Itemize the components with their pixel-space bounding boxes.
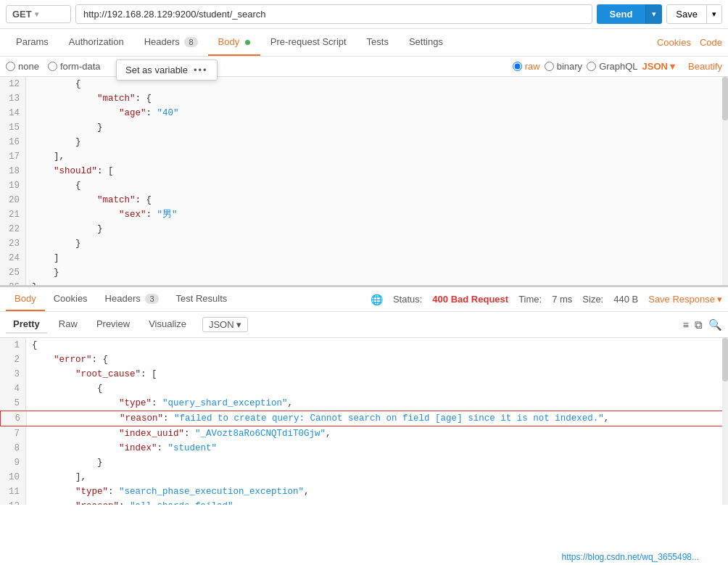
resp-tab-body[interactable]: Body — [6, 287, 45, 311]
response-code-line: 9 } — [0, 455, 728, 470]
scrollbar-thumb[interactable] — [722, 77, 728, 120]
line-content: "error": { — [26, 352, 108, 367]
request-code-line: 22 } — [0, 222, 728, 236]
time-value: 7 ms — [552, 294, 572, 305]
resp-fmt-raw[interactable]: Raw — [51, 316, 85, 334]
raw-radio-label[interactable]: raw — [513, 61, 540, 72]
request-code-line: 16 } — [0, 135, 728, 149]
tab-tests[interactable]: Tests — [357, 29, 399, 56]
status-label: Status: — [393, 294, 422, 305]
resp-tab-headers[interactable]: Headers 3 — [96, 287, 167, 311]
line-content: { — [26, 178, 81, 193]
request-editor: 12 {13 "match": {14 "age": "40"15 }16 }1… — [0, 77, 728, 287]
tab-headers[interactable]: Headers 8 — [134, 29, 208, 56]
line-number: 11 — [0, 484, 26, 499]
graphql-radio-label[interactable]: GraphQL — [587, 61, 637, 72]
request-code-line: 26} — [0, 280, 728, 287]
request-code-line: 15 } — [0, 120, 728, 135]
request-code-line: 14 "age": "40" — [0, 106, 728, 120]
line-content: { — [26, 382, 103, 396]
response-body: 1{2 "error": {3 "root_cause": [4 {5 "typ… — [0, 338, 728, 505]
editor-scrollbar[interactable] — [722, 77, 728, 285]
resp-scrollbar[interactable] — [722, 338, 728, 505]
line-number: 3 — [0, 367, 26, 382]
line-number: 23 — [0, 236, 26, 251]
status-value: 400 Bad Request — [432, 294, 508, 305]
request-code-line: 19 { — [0, 178, 728, 193]
resp-fmt-preview[interactable]: Preview — [89, 316, 137, 334]
top-bar: GET ▾ Send ▾ Save ▾ — [0, 0, 728, 29]
tab-body[interactable]: Body — [208, 29, 260, 56]
none-radio-label[interactable]: none — [6, 61, 39, 72]
resp-headers-badge: 3 — [145, 294, 158, 304]
tab-prerequest[interactable]: Pre-request Script — [260, 29, 357, 56]
url-input[interactable] — [75, 4, 592, 24]
search-response-icon[interactable]: 🔍 — [708, 318, 722, 331]
response-code-line: 6 "reason": "failed to create query: Can… — [0, 411, 728, 426]
json-select[interactable]: JSON ▾ — [642, 61, 675, 72]
request-code-line: 25 } — [0, 265, 728, 280]
line-number: 2 — [0, 352, 26, 367]
line-content: ], — [26, 470, 86, 484]
request-code-line: 18 "should": [ — [0, 164, 728, 178]
line-content: "reason": "failed to create query: Canno… — [27, 411, 609, 426]
resp-tab-cookies[interactable]: Cookies — [45, 287, 96, 311]
line-content: } — [26, 236, 81, 251]
line-number: 12 — [0, 499, 26, 505]
tab-authorization[interactable]: Authorization — [59, 29, 134, 56]
send-button[interactable]: Send — [597, 4, 646, 24]
line-number: 17 — [0, 149, 26, 164]
request-code-line: 20 "match": { — [0, 193, 728, 207]
tab-headers-label: Headers — [144, 36, 180, 47]
save-dropdown-button[interactable]: ▾ — [706, 5, 721, 23]
cookies-link[interactable]: Cookies — [657, 37, 691, 48]
resp-json-select[interactable]: JSON ▾ — [202, 317, 248, 332]
tab-settings[interactable]: Settings — [399, 29, 453, 56]
beautify-button[interactable]: Beautify — [688, 61, 722, 72]
line-content: } — [26, 455, 103, 470]
none-radio[interactable] — [6, 62, 15, 71]
resp-scrollbar-thumb[interactable] — [722, 338, 728, 382]
line-number: 9 — [0, 455, 26, 470]
save-response-button[interactable]: Save Response ▾ — [648, 294, 722, 305]
resp-fmt-pretty[interactable]: Pretty — [6, 316, 47, 334]
response-code-line: 12 "reason": "all shards failed", — [0, 499, 728, 505]
tab-body-label: Body — [218, 36, 240, 47]
method-select[interactable]: GET ▾ — [6, 5, 71, 23]
resp-fmt-visualize[interactable]: Visualize — [141, 316, 194, 334]
set-var-label[interactable]: Set as variable — [125, 65, 188, 75]
line-content: "type": "search_phase_execution_exceptio… — [26, 484, 310, 499]
form-data-radio-label[interactable]: form-data — [48, 61, 101, 72]
line-content: "reason": "all shards failed", — [26, 499, 239, 505]
dots-menu-icon[interactable]: ••• — [194, 65, 208, 75]
line-content: "sex": "男" — [26, 207, 178, 222]
format-group: raw binary GraphQL JSON ▾ Beautify — [513, 61, 722, 72]
graphql-radio[interactable] — [587, 62, 596, 71]
request-tabs: Params Authorization Headers 8 Body Pre-… — [0, 29, 728, 57]
response-code-line: 11 "type": "search_phase_execution_excep… — [0, 484, 728, 499]
code-link[interactable]: Code — [700, 37, 722, 48]
line-number: 12 — [0, 77, 26, 91]
binary-radio[interactable] — [545, 62, 554, 71]
raw-label: raw — [525, 61, 540, 72]
resp-json-chevron-icon: ▾ — [236, 319, 241, 330]
resp-tab-test-results[interactable]: Test Results — [167, 287, 236, 311]
send-dropdown-button[interactable]: ▾ — [645, 4, 662, 24]
request-code-line: 17 ], — [0, 149, 728, 164]
globe-icon: 🌐 — [371, 294, 383, 305]
resp-json-label: JSON — [209, 319, 234, 330]
tab-params[interactable]: Params — [6, 29, 59, 56]
raw-radio[interactable] — [513, 62, 522, 71]
response-tabs-row: Body Cookies Headers 3 Test Results 🌐 St… — [0, 287, 728, 312]
line-number: 5 — [0, 396, 26, 411]
binary-radio-label[interactable]: binary — [545, 61, 582, 72]
line-number: 16 — [0, 135, 26, 149]
request-code-line: 13 "match": { — [0, 91, 728, 106]
align-icon[interactable]: ≡ — [683, 318, 689, 331]
form-data-radio[interactable] — [48, 62, 57, 71]
resp-icons-right: ≡ ⧉ 🔍 — [683, 318, 722, 331]
line-content: { — [26, 77, 81, 91]
resp-headers-label: Headers — [105, 293, 141, 304]
save-button[interactable]: Save — [667, 5, 706, 23]
copy-icon[interactable]: ⧉ — [695, 318, 703, 331]
